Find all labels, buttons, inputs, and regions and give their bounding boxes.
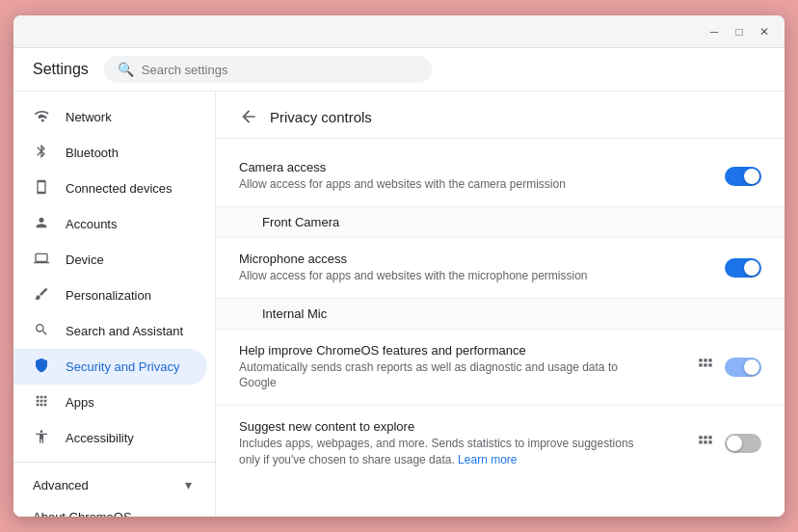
search-input[interactable] bbox=[142, 63, 418, 77]
setting-camera-access: Camera access Allow access for apps and … bbox=[216, 146, 785, 207]
sidebar-advanced[interactable]: Advanced ▾ bbox=[13, 468, 207, 501]
toggle-knob bbox=[744, 359, 759, 375]
sidebar-item-device[interactable]: Device bbox=[13, 242, 207, 278]
microphone-access-right bbox=[725, 258, 761, 278]
toggle-knob bbox=[727, 436, 742, 451]
sidebar-label-connected-devices: Connected devices bbox=[66, 181, 173, 196]
help-improve-info: Help improve ChromeOS features and perfo… bbox=[239, 343, 696, 392]
sidebar-item-connected-devices[interactable]: Connected devices bbox=[13, 171, 207, 206]
search-icon: 🔍 bbox=[118, 62, 134, 77]
sidebar-item-accessibility[interactable]: Accessibility bbox=[13, 420, 207, 456]
microphone-access-desc: Allow access for apps and websites with … bbox=[239, 268, 644, 284]
about-label: About ChromeOS bbox=[33, 510, 132, 517]
content-title: Privacy controls bbox=[270, 109, 372, 125]
sidebar-item-apps[interactable]: Apps bbox=[13, 385, 207, 420]
camera-access-name: Camera access bbox=[239, 160, 725, 174]
sidebar-item-about[interactable]: About ChromeOS bbox=[13, 501, 207, 517]
front-camera-label: Front Camera bbox=[262, 215, 339, 229]
suggest-content-right bbox=[696, 432, 761, 456]
apps-icon bbox=[33, 393, 50, 412]
sidebar-label-accounts: Accounts bbox=[66, 217, 117, 231]
app-header: Settings 🔍 bbox=[13, 48, 785, 92]
suggest-content-desc: Includes apps, webpages, and more. Sends… bbox=[239, 436, 644, 468]
minimize-button[interactable]: ─ bbox=[705, 23, 723, 40]
internal-mic-label: Internal Mic bbox=[262, 306, 327, 321]
toggle-knob bbox=[744, 260, 759, 276]
body-row: Network Bluetooth Connected devices bbox=[13, 92, 785, 517]
camera-access-right bbox=[725, 167, 761, 186]
settings-window: ─ □ ✕ Settings 🔍 Network bbox=[13, 15, 785, 517]
sidebar: Network Bluetooth Connected devices bbox=[13, 92, 216, 517]
chevron-down-icon: ▾ bbox=[185, 477, 192, 492]
toggle-knob bbox=[744, 169, 759, 184]
sidebar-item-security-privacy[interactable]: Security and Privacy bbox=[13, 349, 207, 385]
sidebar-label-device: Device bbox=[66, 253, 104, 267]
setting-microphone-access: Microphone access Allow access for apps … bbox=[216, 238, 785, 299]
bluetooth-icon bbox=[33, 144, 50, 162]
accessibility-icon bbox=[33, 429, 50, 447]
help-improve-toggle[interactable] bbox=[725, 358, 761, 377]
sidebar-item-personalization[interactable]: Personalization bbox=[13, 278, 207, 313]
camera-access-toggle[interactable] bbox=[725, 167, 761, 186]
microphone-access-name: Microphone access bbox=[239, 252, 725, 266]
microphone-access-info: Microphone access Allow access for apps … bbox=[239, 252, 725, 284]
sidebar-divider bbox=[13, 462, 215, 463]
front-camera-sub-row: Front Camera bbox=[216, 207, 785, 238]
titlebar: ─ □ ✕ bbox=[13, 15, 785, 48]
wifi-icon bbox=[33, 108, 50, 126]
help-improve-name: Help improve ChromeOS features and perfo… bbox=[239, 343, 696, 358]
sidebar-label-personalization: Personalization bbox=[66, 288, 151, 303]
person-icon bbox=[33, 215, 50, 233]
sidebar-label-apps: Apps bbox=[66, 395, 94, 410]
laptop-icon bbox=[33, 251, 50, 269]
suggest-content-desc-text: Includes apps, webpages, and more. Sends… bbox=[239, 437, 634, 466]
grid-icon-suggest bbox=[696, 432, 715, 456]
camera-access-info: Camera access Allow access for apps and … bbox=[239, 160, 725, 193]
advanced-label: Advanced bbox=[33, 478, 89, 492]
sidebar-item-bluetooth[interactable]: Bluetooth bbox=[13, 135, 207, 171]
close-button[interactable]: ✕ bbox=[756, 23, 773, 40]
sidebar-label-security-privacy: Security and Privacy bbox=[66, 359, 180, 374]
help-improve-right bbox=[696, 355, 761, 379]
back-button[interactable] bbox=[239, 107, 258, 126]
main-content: Privacy controls Camera access Allow acc… bbox=[216, 92, 785, 517]
sidebar-item-network[interactable]: Network bbox=[13, 99, 207, 135]
setting-suggest-content: Suggest new content to explore Includes … bbox=[216, 406, 785, 482]
brush-icon bbox=[33, 286, 50, 305]
search-sidebar-icon bbox=[33, 322, 50, 340]
sidebar-label-bluetooth: Bluetooth bbox=[66, 146, 119, 160]
content-header: Privacy controls bbox=[216, 92, 785, 139]
shield-icon bbox=[33, 358, 50, 376]
tablet-icon bbox=[33, 179, 50, 198]
sidebar-item-accounts[interactable]: Accounts bbox=[13, 206, 207, 242]
suggest-content-name: Suggest new content to explore bbox=[239, 419, 696, 434]
sidebar-label-accessibility: Accessibility bbox=[66, 431, 134, 445]
help-improve-desc: Automatically sends crash reports as wel… bbox=[239, 359, 644, 392]
sidebar-label-network: Network bbox=[66, 110, 112, 124]
top-section: Settings 🔍 Network Bluet bbox=[13, 48, 785, 517]
camera-access-desc: Allow access for apps and websites with … bbox=[239, 176, 644, 193]
internal-mic-sub-row: Internal Mic bbox=[216, 299, 785, 330]
microphone-access-toggle[interactable] bbox=[725, 258, 761, 278]
setting-help-improve: Help improve ChromeOS features and perfo… bbox=[216, 330, 785, 407]
suggest-content-info: Suggest new content to explore Includes … bbox=[239, 419, 696, 468]
sidebar-item-search-assistant[interactable]: Search and Assistant bbox=[13, 313, 207, 349]
grid-icon-help bbox=[696, 355, 715, 379]
app-title: Settings bbox=[33, 61, 89, 78]
content-body: Camera access Allow access for apps and … bbox=[216, 139, 785, 490]
maximize-button[interactable]: □ bbox=[731, 23, 748, 40]
search-bar[interactable]: 🔍 bbox=[104, 56, 432, 83]
sidebar-label-search-assistant: Search and Assistant bbox=[66, 324, 183, 338]
window-controls: ─ □ ✕ bbox=[705, 23, 773, 40]
suggest-content-toggle[interactable] bbox=[725, 434, 761, 453]
learn-more-link[interactable]: Learn more bbox=[458, 453, 517, 466]
